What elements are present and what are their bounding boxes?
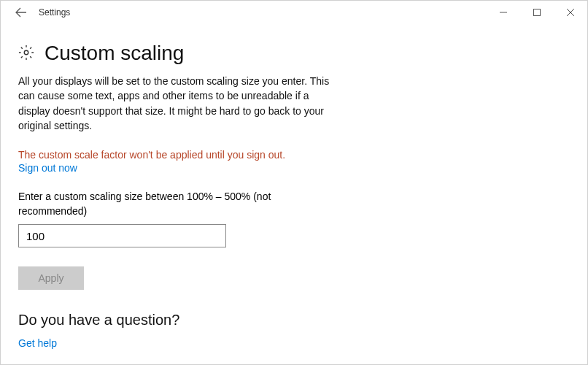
spacer [18,349,564,364]
back-button[interactable] [9,1,33,24]
svg-point-1 [24,50,28,55]
minimize-button[interactable] [487,1,520,24]
gear-icon [18,45,34,63]
close-icon [567,9,574,16]
content-area: Custom scaling All your displays will be… [1,24,587,364]
window-controls [487,1,587,24]
scale-input[interactable] [18,224,226,247]
page-title: Custom scaling [45,42,184,65]
svg-rect-0 [534,9,541,16]
question-heading: Do you have a question? [18,312,564,328]
get-help-link[interactable]: Get help [18,337,57,349]
minimize-icon [500,9,507,16]
back-arrow-icon [15,7,27,18]
apply-button[interactable]: Apply [18,266,84,290]
titlebar: Settings [1,1,587,24]
close-button[interactable] [554,1,587,24]
window-title: Settings [39,7,70,18]
warning-text: The custom scale factor won't be applied… [18,149,564,161]
maximize-icon [533,9,541,16]
description-text: All your displays will be set to the cus… [18,74,332,133]
heading-row: Custom scaling [18,42,564,65]
scale-input-label: Enter a custom scaling size between 100%… [18,190,310,218]
maximize-button[interactable] [520,1,554,24]
sign-out-link[interactable]: Sign out now [18,162,77,174]
